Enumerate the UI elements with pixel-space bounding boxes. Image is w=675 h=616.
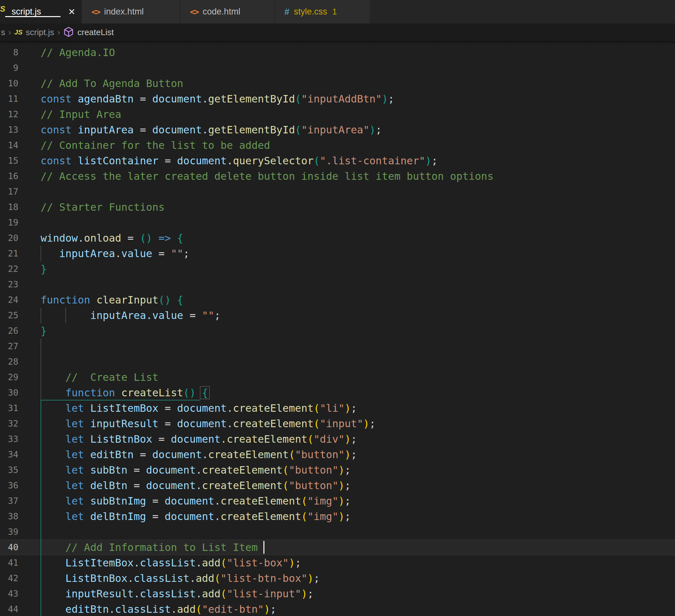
code-text: let inputResult = document.createElement… [41,416,375,431]
tab-style-css[interactable]: # style.css 1 [275,0,370,23]
code-line-18[interactable]: 18// Starter Functions [0,199,675,215]
code-line-16[interactable]: 16// Access the later created delete but… [0,168,675,184]
active-tab-indicator [5,16,61,17]
line-number: 44 [0,602,18,616]
code-line-33[interactable]: 33 let ListBtnBox = document.createEleme… [0,431,675,447]
editor-tab-bar: JS script.js ✕ <> index.html <> code.htm… [0,0,675,23]
line-number: 23 [0,277,18,292]
code-line-10[interactable]: 10// Add To Agenda Button [0,76,675,91]
code-text: window.onload = () => { [41,230,183,246]
code-line-43[interactable]: 43 inputResult.classList.add("list-input… [0,586,675,602]
code-line-41[interactable]: 41 ListItemBox.classList.add("list-box")… [0,555,675,570]
line-number: 26 [0,323,18,339]
html-file-icon: <> [91,7,99,17]
close-tab-icon[interactable]: ✕ [68,7,75,17]
code-line-14[interactable]: 14// Container for the list to be added [0,138,675,153]
code-line-22[interactable]: 22} [0,261,675,277]
line-number: 9 [0,60,18,76]
line-number: 13 [0,122,18,138]
line-number: 17 [0,184,18,199]
line-number: 32 [0,416,18,431]
code-line-17[interactable]: 17 [0,184,675,199]
line-number: 28 [0,354,18,369]
chevron-right-icon: › [8,28,11,37]
tab-index-html[interactable]: <> index.html [82,0,180,23]
tab-code-html[interactable]: <> code.html [180,0,275,23]
code-line-39[interactable]: 39 [0,524,675,540]
breadcrumb-file[interactable]: script.js [26,27,54,38]
code-text: editBtn.classList.add("edit-btn"); [41,602,276,616]
code-line-21[interactable]: 21 inputArea.value = ""; [0,246,675,261]
line-number: 20 [0,230,18,246]
breadcrumb-symbol[interactable]: createList [77,27,114,38]
code-text: let subBtnImg = document.createElement("… [41,493,351,509]
code-text: } [41,323,47,339]
line-number: 24 [0,292,18,308]
breadcrumb: s › JS script.js › createList [0,23,675,41]
line-number: 21 [0,246,18,261]
code-line-20[interactable]: 20window.onload = () => { [0,230,675,246]
code-line-15[interactable]: 15const listContainer = document.querySe… [0,153,675,168]
line-number: 34 [0,447,18,462]
code-line-26[interactable]: 26} [0,323,675,339]
code-line-42[interactable]: 42 ListBtnBox.classList.add("list-btn-bo… [0,570,675,586]
code-text: const listContainer = document.querySele… [41,153,438,168]
code-line-37[interactable]: 37 let subBtnImg = document.createElemen… [0,493,675,509]
code-text: inputResult.classList.add("list-input"); [41,586,314,602]
code-line-38[interactable]: 38 let delBtnImg = document.createElemen… [0,509,675,524]
code-line-40[interactable]: 40 // Add Information to List Item [0,540,675,555]
code-line-36[interactable]: 36 let delBtn = document.createElement("… [0,478,675,493]
vscode-window: JS script.js ✕ <> index.html <> code.htm… [0,0,675,616]
code-text: const inputArea = document.getElementByI… [41,122,382,138]
code-text: inputArea.value = ""; [41,246,190,261]
line-number: 40 [0,540,18,555]
code-text: // Input Area [41,107,121,122]
line-number: 37 [0,493,18,509]
code-line-25[interactable]: 25 inputArea.value = ""; [0,308,675,323]
code-line-11[interactable]: 11const agendaBtn = document.getElementB… [0,91,675,107]
code-text: let subBtn = document.createElement("but… [41,462,351,478]
code-text: // Add To Agenda Button [41,76,183,91]
code-line-44[interactable]: 44 editBtn.classList.add("edit-btn"); [0,602,675,616]
code-text: function createList() { [41,385,208,401]
code-text: // Container for the list to be added [41,138,270,153]
tab-script-js[interactable]: JS script.js ✕ [0,0,82,23]
code-line-29[interactable]: 29 // Create List [0,369,675,385]
line-number: 43 [0,586,18,602]
code-line-28[interactable]: 28 [0,354,675,369]
css-file-icon: # [284,7,290,17]
code-text: inputArea.value = ""; [41,308,221,323]
code-line-13[interactable]: 13const inputArea = document.getElementB… [0,122,675,138]
line-number: 25 [0,308,18,323]
line-number: 19 [0,215,18,230]
code-line-32[interactable]: 32 let inputResult = document.createElem… [0,416,675,431]
code-text: // Add Information to List Item [41,540,264,555]
code-line-34[interactable]: 34 let editBtn = document.createElement(… [0,447,675,462]
code-editor[interactable]: 78// Agenda.IO910// Add To Agenda Button… [0,41,675,616]
code-line-24[interactable]: 24function clearInput() { [0,292,675,308]
javascript-file-icon: JS [14,28,22,36]
code-line-27[interactable]: 27 [0,339,675,354]
tab-label: index.html [104,7,144,17]
breadcrumb-folder[interactable]: s [1,27,5,38]
code-line-23[interactable]: 23 [0,277,675,292]
code-line-12[interactable]: 12// Input Area [0,107,675,122]
tab-label: script.js [12,7,41,17]
code-line-30[interactable]: 30 function createList() { [0,385,675,401]
code-text: const agendaBtn = document.getElementByI… [41,91,394,107]
code-text: let editBtn = document.createElement("bu… [41,447,357,462]
line-number: 33 [0,431,18,447]
code-line-19[interactable]: 19 [0,215,675,230]
line-number: 39 [0,524,18,540]
code-text: // Starter Functions [41,199,164,215]
code-line-35[interactable]: 35 let subBtn = document.createElement("… [0,462,675,478]
line-number: 41 [0,555,18,570]
code-text: // Agenda.IO [41,45,115,60]
code-line-31[interactable]: 31 let ListItemBox = document.createElem… [0,401,675,416]
line-number: 18 [0,199,18,215]
code-line-8[interactable]: 8// Agenda.IO [0,45,675,60]
line-number: 14 [0,138,18,153]
code-line-9[interactable]: 9 [0,60,675,76]
line-number: 8 [0,45,18,60]
line-number: 30 [0,385,18,401]
